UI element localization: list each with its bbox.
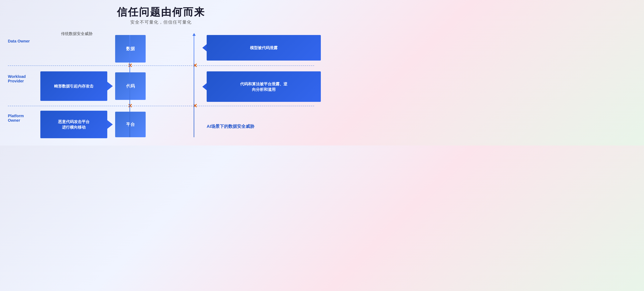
page-container: 信任问题由何而来 安全不可量化，但信任可量化 Data Owner Worklo… bbox=[0, 0, 322, 145]
vertical-line-right bbox=[194, 35, 194, 137]
threat-box-platform: 恶意代码攻击平台 进行横向移动 bbox=[40, 111, 107, 138]
dashed-line-bottom bbox=[8, 106, 314, 106]
x-marker-top-right: ✕ bbox=[193, 62, 197, 69]
x-marker-bottom-right: ✕ bbox=[193, 103, 197, 109]
title-section: 信任问题由何而来 安全不可量化，但信任可量化 bbox=[8, 6, 314, 25]
dashed-line-top bbox=[8, 65, 314, 66]
right-box-data-owner: 模型被代码泄露 bbox=[207, 35, 321, 60]
workload-provider-label: Workload Provider bbox=[8, 74, 36, 83]
data-owner-label: Data Owner bbox=[8, 39, 36, 43]
right-box-workload-provider: 代码和算法被平台泄露、逆 向分析和滥用 bbox=[207, 71, 321, 102]
traditional-label: 传统数据安全威胁 bbox=[61, 31, 92, 36]
center-box-platform: 平台 bbox=[115, 112, 146, 137]
center-box-code: 代码 bbox=[115, 72, 146, 100]
platform-owner-label: Platform Owner bbox=[8, 114, 36, 123]
vertical-line-center bbox=[130, 35, 130, 137]
diagram: Data Owner Workload Provider Platform Ow… bbox=[8, 29, 314, 139]
sub-title: 安全不可量化，但信任可量化 bbox=[8, 19, 314, 25]
center-box-data: 数据 bbox=[115, 35, 146, 62]
ai-label: AI场景下的数据安全威胁 bbox=[207, 123, 254, 129]
main-title: 信任问题由何而来 bbox=[8, 6, 314, 18]
threat-box-workload: 畸形数据引起内存攻击 bbox=[40, 71, 107, 101]
